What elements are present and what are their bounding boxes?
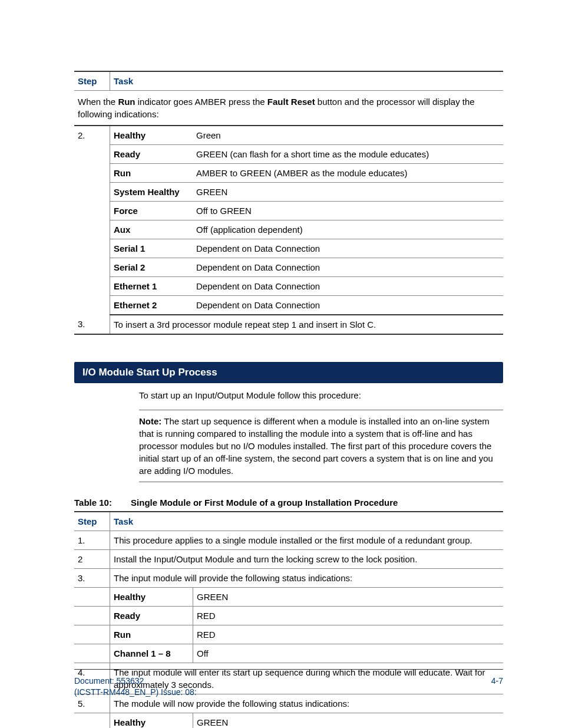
- table-header-row: Step Task: [74, 512, 503, 531]
- indicator-label: System Healthy: [110, 183, 193, 202]
- indicator-label: Channel 1 – 8: [110, 644, 193, 663]
- indicator-row: Ready RED: [74, 606, 503, 625]
- intro-b2: Fault Reset: [267, 97, 315, 107]
- indicator-row: Serial 1 Dependent on Data Connection: [74, 239, 503, 258]
- intro-mid1: indicator goes AMBER press the: [135, 97, 267, 107]
- table-row: 2 Install the Input/Output Module and tu…: [74, 549, 503, 568]
- section-heading: I/O Module Start Up Process: [74, 362, 503, 383]
- indicator-row: Healthy GREEN: [74, 713, 503, 728]
- indicator-row: 2. Healthy Green: [74, 126, 503, 145]
- empty-cell: [74, 625, 110, 644]
- table-caption: Table 10: Single Module or First Module …: [74, 496, 503, 509]
- indicator-value: Dependent on Data Connection: [193, 239, 503, 258]
- indicator-value: Dependent on Data Connection: [193, 277, 503, 296]
- intro-text: When the Run indicator goes AMBER press …: [74, 91, 503, 126]
- processor-indications-table: Step Task When the Run indicator goes AM…: [74, 71, 503, 335]
- table-row: 3. The input module will provide the fol…: [74, 568, 503, 587]
- note-block: Note: The start up sequence is different…: [139, 410, 503, 482]
- indicator-label: Healthy: [110, 713, 193, 728]
- indicator-row: Ready GREEN (can flash for a short time …: [74, 145, 503, 164]
- indicator-row: Run AMBER to GREEN (AMBER as the module …: [74, 164, 503, 183]
- indicator-value: GREEN: [193, 183, 503, 202]
- empty-cell: [74, 644, 110, 663]
- indicator-value: AMBER to GREEN (AMBER as the module educ…: [193, 164, 503, 183]
- indicator-value: Off (application dependent): [193, 220, 503, 239]
- step-text: Install the Input/Output Module and turn…: [110, 549, 504, 568]
- indicator-row: Force Off to GREEN: [74, 202, 503, 220]
- note-label: Note:: [139, 416, 161, 426]
- col-step: Step: [74, 512, 110, 531]
- caption-number: Table 10:: [74, 498, 112, 508]
- caption-text: Single Module or First Module of a group…: [131, 498, 398, 508]
- indicator-row: Ethernet 2 Dependent on Data Connection: [74, 296, 503, 315]
- intro-pre: When the: [78, 97, 118, 107]
- indicator-value: Green: [193, 126, 503, 145]
- indicator-value: Off: [193, 644, 504, 663]
- col-task: Task: [110, 512, 504, 531]
- indicator-row: Run RED: [74, 625, 503, 644]
- indicator-row: Aux Off (application dependent): [74, 220, 503, 239]
- footer-page-number: 4-7: [491, 676, 503, 699]
- indicator-value: GREEN (can flash for a short time as the…: [193, 145, 503, 164]
- empty-cell: [74, 587, 110, 606]
- indicator-label: Ready: [110, 606, 193, 625]
- indicator-row: Serial 2 Dependent on Data Connection: [74, 258, 503, 277]
- indicator-label: Ready: [110, 145, 193, 164]
- indicator-value: RED: [193, 625, 504, 644]
- section-body: To start up an Input/Output Module follo…: [139, 389, 503, 482]
- indicator-value: GREEN: [193, 713, 504, 728]
- indicator-label: Run: [110, 164, 193, 183]
- table-row: 1. This procedure applies to a single mo…: [74, 531, 503, 549]
- indicator-value: GREEN: [193, 587, 504, 606]
- empty-cell: [74, 606, 110, 625]
- indicator-value: Dependent on Data Connection: [193, 296, 503, 315]
- col-task: Task: [110, 71, 504, 91]
- indicator-label: Aux: [110, 220, 193, 239]
- step-num: 2.: [74, 126, 110, 315]
- intro-row: When the Run indicator goes AMBER press …: [74, 91, 503, 126]
- indicator-row: Healthy GREEN: [74, 587, 503, 606]
- col-step: Step: [74, 71, 110, 91]
- indicator-row: Channel 1 – 8 Off: [74, 644, 503, 663]
- footer-doc-line1: Document: 553632: [74, 676, 197, 687]
- indicator-label: Serial 2: [110, 258, 193, 277]
- table-row: 3. To insert a 3rd processor module repe…: [74, 315, 503, 334]
- indicator-label: Ethernet 2: [110, 296, 193, 315]
- indicator-label: Serial 1: [110, 239, 193, 258]
- indicator-value: Off to GREEN: [193, 202, 503, 220]
- note-body: The start up sequence is different when …: [139, 416, 493, 476]
- step-num: 3.: [74, 568, 110, 587]
- indicator-label: Ethernet 1: [110, 277, 193, 296]
- table-header-row: Step Task: [74, 71, 503, 91]
- indicator-row: Ethernet 1 Dependent on Data Connection: [74, 277, 503, 296]
- empty-cell: [74, 713, 110, 728]
- step-num: 3.: [74, 315, 110, 334]
- indicator-value: RED: [193, 606, 504, 625]
- step-text: The input module will provide the follow…: [110, 568, 504, 587]
- section-intro: To start up an Input/Output Module follo…: [139, 389, 503, 401]
- page-footer: Document: 553632 (ICSTT-RM448_EN_P) Issu…: [74, 669, 503, 699]
- indicator-label: Healthy: [110, 587, 193, 606]
- indicator-value: Dependent on Data Connection: [193, 258, 503, 277]
- step-num: 1.: [74, 531, 110, 549]
- indicator-row: System Healthy GREEN: [74, 183, 503, 202]
- step-text: To insert a 3rd processor module repeat …: [110, 315, 504, 334]
- step-num: 2: [74, 549, 110, 568]
- indicator-label: Run: [110, 625, 193, 644]
- footer-doc-line2: (ICSTT-RM448_EN_P) Issue: 08:: [74, 687, 197, 699]
- indicator-label: Healthy: [110, 126, 193, 145]
- page: Step Task When the Run indicator goes AM…: [0, 0, 562, 728]
- intro-b1: Run: [118, 97, 135, 107]
- footer-doc: Document: 553632 (ICSTT-RM448_EN_P) Issu…: [74, 676, 197, 699]
- indicator-label: Force: [110, 202, 193, 220]
- step-text: This procedure applies to a single modul…: [110, 531, 504, 549]
